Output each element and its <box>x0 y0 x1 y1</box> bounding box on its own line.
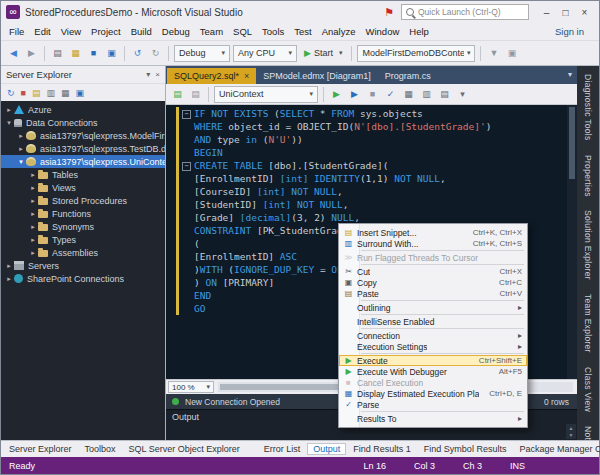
connect-sharepoint-icon[interactable]: ▦ <box>61 88 70 98</box>
tree-collapsed-icon[interactable]: ▸ <box>28 184 38 192</box>
tree-item-sharepoint-connections[interactable]: ▸SharePoint Connections <box>1 272 165 285</box>
right-tab-properties[interactable]: Properties <box>583 155 593 197</box>
tree-collapsed-icon[interactable]: ▸ <box>4 275 14 283</box>
bottom-tab-error-list[interactable]: Error List <box>258 443 307 455</box>
tree-expanded-icon[interactable]: ▾ <box>4 119 14 127</box>
tree-item-tables[interactable]: ▸Tables <box>1 168 165 181</box>
bottom-tab-toolbox[interactable]: Toolbox <box>79 443 122 455</box>
open-file-icon[interactable]: ▦ <box>68 48 83 58</box>
menu-edit[interactable]: Edit <box>29 26 55 37</box>
scrollbar-thumb[interactable] <box>220 384 350 390</box>
tree-collapsed-icon[interactable]: ▸ <box>28 249 38 257</box>
menu-team[interactable]: Team <box>195 26 228 37</box>
parse-query-icon[interactable]: ✓ <box>383 89 398 99</box>
context-execute-with-debugger[interactable]: ▶Execute With DebuggerAlt+F5 <box>339 366 527 377</box>
toolbar-options-icon[interactable]: ▣ <box>504 48 519 58</box>
quick-launch-box[interactable]: Quick Launch (Ctrl-Q) <box>401 4 529 20</box>
menu-view[interactable]: View <box>56 26 86 37</box>
start-debugging-button[interactable]: ▶Start▾ <box>300 45 346 62</box>
tree-collapsed-icon[interactable]: ▸ <box>16 145 26 153</box>
tab-list-icon[interactable]: ▾ <box>568 70 572 79</box>
scrollbar-thumb[interactable] <box>569 107 575 179</box>
panel-menu-icon[interactable]: ▾ <box>146 70 150 79</box>
context-execute[interactable]: ▶ExecuteCtrl+Shift+E <box>339 355 527 366</box>
tab-spmodel-edmx-diagram1[interactable]: SPModel.edmx [Diagram1] <box>256 68 378 84</box>
db-context-combo[interactable]: ModelFirstDemoDBContext▾ <box>357 45 475 62</box>
connect-server-icon[interactable]: ▥ <box>47 88 56 98</box>
right-tab-diagnostic-tools[interactable]: Diagnostic Tools <box>583 74 593 141</box>
scroll-down-icon[interactable]: ▼ <box>569 432 574 438</box>
context-cut[interactable]: ✂CutCtrl+X <box>339 266 527 277</box>
tree-collapsed-icon[interactable]: ▸ <box>28 197 38 205</box>
menu-project[interactable]: Project <box>86 26 126 37</box>
tree-item-asia13797-sqlexpress-testdb-dbo[interactable]: ▸asia13797\sqlexpress.TestDB.dbo <box>1 142 165 155</box>
tree-collapsed-icon[interactable]: ▸ <box>4 106 14 114</box>
fold-marker-icon[interactable]: − <box>182 110 191 119</box>
bottom-tab-sql-server-object-explorer[interactable]: SQL Server Object Explorer <box>123 443 246 455</box>
new-file-icon[interactable]: ▤ <box>50 48 65 58</box>
stop-refresh-icon[interactable]: ■ <box>21 88 26 98</box>
results-grid-icon[interactable]: ▥ <box>419 89 434 99</box>
menu-sql[interactable]: SQL <box>228 26 257 37</box>
solution-platforms[interactable]: Any CPU▾ <box>233 45 297 62</box>
solution-configurations[interactable]: Debug▾ <box>174 45 230 62</box>
menu-test[interactable]: Test <box>289 26 316 37</box>
database-combo[interactable]: UniContext▾ <box>214 86 318 103</box>
context-intellisense-enabled[interactable]: IntelliSense Enabled <box>339 316 527 327</box>
menu-window[interactable]: Window <box>361 26 405 37</box>
breakpoint-margin[interactable] <box>166 105 176 379</box>
close-button[interactable]: × <box>575 4 594 21</box>
context-outlining[interactable]: Outlining▸ <box>339 302 527 313</box>
panel-close-icon[interactable]: × <box>155 70 160 79</box>
tree-expanded-icon[interactable]: ▾ <box>16 158 26 166</box>
notification-flag-icon[interactable]: ⚑ <box>384 6 394 19</box>
tree-item-functions[interactable]: ▸Functions <box>1 207 165 220</box>
nav-back-icon[interactable]: ◀ <box>6 48 21 58</box>
context-display-estimated-execution-plan[interactable]: ▦Display Estimated Execution PlanCtrl+D,… <box>339 388 527 399</box>
context-connection[interactable]: Connection▸ <box>339 330 527 341</box>
context-surround-with[interactable]: ▥Surround With...Ctrl+K, Ctrl+S <box>339 238 527 249</box>
title-bar[interactable]: ∞ StoredProceduresDemo - Microsoft Visua… <box>1 1 599 23</box>
bottom-tab-find-symbol-results[interactable]: Find Symbol Results <box>418 443 513 455</box>
right-tab-class-view[interactable]: Class View <box>583 367 593 412</box>
tab-sqlquery2-sql[interactable]: SQLQuery2.sql*× <box>167 68 256 84</box>
tree-collapsed-icon[interactable]: ▸ <box>28 171 38 179</box>
undo-icon[interactable]: ↺ <box>130 48 145 58</box>
output-scrollbar[interactable]: ▲ ▼ <box>566 424 576 439</box>
scroll-up-icon[interactable]: ▲ <box>569 425 574 431</box>
bottom-tab-find-results-1[interactable]: Find Results 1 <box>347 443 417 455</box>
fold-marker-icon[interactable]: − <box>182 162 191 171</box>
cancel-execution-icon[interactable]: ■ <box>365 89 380 99</box>
tree-item-synonyms[interactable]: ▸Synonyms <box>1 220 165 233</box>
context-paste[interactable]: ▤PasteCtrl+V <box>339 288 527 299</box>
tree-item-types[interactable]: ▸Types <box>1 233 165 246</box>
menu-build[interactable]: Build <box>126 26 157 37</box>
editor-vscrollbar[interactable] <box>567 105 577 379</box>
tree-item-servers[interactable]: ▸Servers <box>1 259 165 272</box>
context-cancel-execution[interactable]: ■Cancel Execution <box>339 377 527 388</box>
execute-with-debugger-icon[interactable]: ▶ <box>347 89 362 99</box>
right-tab-team-explorer[interactable]: Team Explorer <box>583 294 593 353</box>
disconnect-icon[interactable]: ▤ <box>188 89 203 99</box>
tree-item-views[interactable]: ▸Views <box>1 181 165 194</box>
nav-forward-icon[interactable]: ▶ <box>24 48 39 58</box>
menu-debug[interactable]: Debug <box>157 26 195 37</box>
estimated-plan-icon[interactable]: ▦ <box>401 89 416 99</box>
tab-program-cs[interactable]: Program.cs <box>378 68 438 84</box>
tree-item-stored-procedures[interactable]: ▸Stored Procedures <box>1 194 165 207</box>
tree-collapsed-icon[interactable]: ▸ <box>4 262 14 270</box>
right-tab-notifications[interactable]: Notifications <box>583 426 593 440</box>
redo-icon[interactable]: ↻ <box>148 48 163 58</box>
sign-in-link[interactable]: Sign in <box>555 26 596 37</box>
connect-icon[interactable]: ▤ <box>170 89 185 99</box>
menu-file[interactable]: File <box>4 26 29 37</box>
menu-analyze[interactable]: Analyze <box>317 26 361 37</box>
maximize-button[interactable]: □ <box>556 4 575 21</box>
tree-item-azure[interactable]: ▸Azure <box>1 103 165 116</box>
refresh-icon[interactable]: ↻ <box>7 88 15 98</box>
close-icon[interactable]: × <box>244 71 249 81</box>
tree-item-data-connections[interactable]: ▾Data Connections <box>1 116 165 129</box>
menu-help[interactable]: Help <box>404 26 434 37</box>
right-tab-solution-explorer[interactable]: Solution Explorer <box>583 210 593 280</box>
connect-database-icon[interactable]: ▤ <box>32 88 41 98</box>
